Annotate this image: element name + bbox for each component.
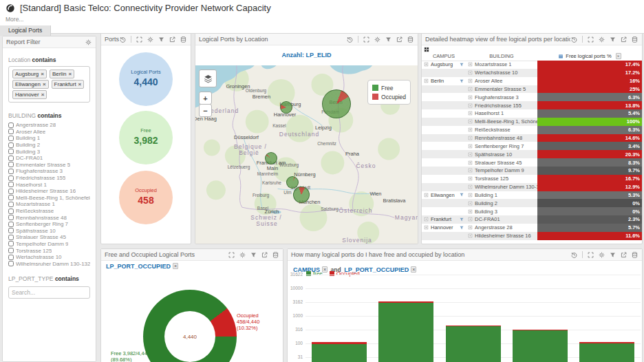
heatmap-row[interactable]: EllwangenBuilding 15.3% bbox=[422, 191, 642, 200]
chip-remove-icon[interactable]: × bbox=[43, 81, 46, 87]
building-option[interactable]: Senftenberger Ring 7 bbox=[8, 221, 90, 228]
location-chip[interactable]: Frankfurt× bbox=[52, 80, 85, 89]
heatmap-value-bar[interactable]: 16.7% bbox=[537, 175, 642, 183]
expand-building-icon[interactable] bbox=[468, 62, 473, 67]
expand-building-icon[interactable] bbox=[468, 217, 473, 222]
datasource-icon[interactable] bbox=[631, 36, 638, 43]
expand-building-icon[interactable] bbox=[468, 136, 473, 140]
building-checkbox[interactable] bbox=[8, 142, 14, 148]
heatmap-row[interactable]: Building 20% bbox=[422, 199, 642, 207]
remove-dimension-icon[interactable]: × bbox=[173, 263, 178, 269]
datasource-icon[interactable] bbox=[407, 36, 414, 43]
expand-campus-icon[interactable] bbox=[424, 193, 429, 198]
building-checkbox[interactable] bbox=[8, 202, 14, 207]
heatmap-row[interactable]: Melli-Beese-Ring 1, Schönefeld100% bbox=[422, 118, 642, 126]
building-checkbox[interactable] bbox=[8, 129, 14, 134]
remove-measure-icon[interactable]: × bbox=[616, 53, 621, 59]
building-option[interactable]: Späthstrasse 10 bbox=[8, 228, 90, 235]
location-chip[interactable]: Hannover× bbox=[12, 90, 47, 99]
building-option[interactable]: Rennbahnstrasse 48 bbox=[8, 214, 90, 221]
heatmap-value-bar[interactable]: 17.2% bbox=[537, 69, 642, 77]
heatmap-row[interactable]: Stralauer Strasse 458.3% bbox=[422, 158, 642, 167]
building-column-header[interactable]: BUILDING bbox=[466, 53, 537, 59]
export-icon[interactable] bbox=[261, 251, 268, 259]
bar-free-hannover[interactable] bbox=[579, 343, 634, 362]
bar-free-ellwangen[interactable] bbox=[446, 326, 501, 362]
heatmap-value-bar[interactable]: 0% bbox=[537, 199, 642, 207]
bar-free-berlin[interactable] bbox=[378, 303, 433, 362]
expand-building-icon[interactable] bbox=[468, 95, 473, 100]
map-marker-ellwangen[interactable] bbox=[286, 176, 299, 189]
expand-campus-icon[interactable] bbox=[424, 225, 429, 230]
building-checkbox[interactable] bbox=[8, 195, 14, 200]
expand-building-icon[interactable] bbox=[468, 184, 473, 189]
heatmap-row[interactable]: Flughafenstrasse 36.3% bbox=[422, 93, 642, 101]
building-checkbox[interactable] bbox=[8, 169, 14, 174]
heatmap-value-bar[interactable]: 12.9% bbox=[537, 183, 642, 191]
heatmap-row[interactable]: FrankfurtDC-FRA012.3% bbox=[422, 215, 642, 224]
settings-icon[interactable] bbox=[374, 36, 381, 43]
building-checkbox[interactable] bbox=[8, 235, 14, 240]
ports-bubble-logical-ports[interactable]: Logical Ports4,440 bbox=[119, 52, 173, 106]
expand-building-icon[interactable] bbox=[468, 103, 473, 108]
heatmap-value-bar[interactable]: 25% bbox=[537, 85, 642, 94]
building-option[interactable]: Reißeckstrasse bbox=[8, 208, 90, 215]
more-link[interactable]: More... bbox=[6, 16, 23, 23]
building-checkbox[interactable] bbox=[8, 248, 14, 253]
history-icon[interactable] bbox=[346, 36, 354, 43]
heatmap-row[interactable]: Emmentaler Strasse 525% bbox=[422, 85, 642, 94]
heatmap-value-bar[interactable]: 8.3% bbox=[537, 158, 642, 167]
expand-building-icon[interactable] bbox=[468, 78, 473, 83]
heatmap-row[interactable]: Haselhorst 15.4% bbox=[422, 109, 642, 118]
filter-icon[interactable] bbox=[385, 36, 392, 43]
map-zoom-out-button[interactable]: − bbox=[199, 104, 212, 117]
history-icon[interactable] bbox=[570, 36, 578, 43]
building-option[interactable]: Melli-Beese-Ring 1, Schönefeld bbox=[8, 195, 90, 202]
building-checkbox[interactable] bbox=[8, 175, 14, 181]
map-layers-control[interactable] bbox=[199, 70, 217, 87]
heatmap-value-bar[interactable]: 6.3% bbox=[537, 93, 642, 101]
campus-column-header[interactable]: CAMPUS bbox=[422, 53, 466, 59]
expand-campus-icon[interactable] bbox=[424, 78, 429, 83]
expand-building-icon[interactable] bbox=[468, 127, 473, 132]
ports-bubble-free[interactable]: Free3,982 bbox=[119, 111, 173, 164]
map-marker-berlin[interactable] bbox=[322, 89, 351, 118]
building-option[interactable]: Friedrichstrasse 155 bbox=[8, 175, 90, 182]
chip-remove-icon[interactable]: × bbox=[68, 71, 72, 77]
building-checkbox[interactable] bbox=[8, 209, 14, 214]
expand-icon[interactable] bbox=[363, 36, 370, 43]
heatmap-row[interactable]: Wilhelmsruher Damm 130-13212.9% bbox=[422, 183, 642, 191]
heatmap-row[interactable]: Friedrichstrasse 15513.8% bbox=[422, 101, 642, 109]
building-option[interactable]: Building 2 bbox=[8, 142, 90, 149]
building-option[interactable]: Aroser Allee bbox=[8, 129, 90, 136]
building-option[interactable]: Wertachstrasse 10 bbox=[8, 254, 90, 261]
building-option[interactable]: Flughafenstrasse 3 bbox=[8, 168, 90, 175]
heatmap-value-bar[interactable]: 9.7% bbox=[537, 167, 642, 175]
heatmap-row[interactable]: Hildesheimer Strasse 1611.6% bbox=[422, 232, 642, 240]
building-checkbox[interactable] bbox=[8, 156, 14, 161]
history-icon[interactable] bbox=[119, 36, 127, 43]
expand-building-icon[interactable] bbox=[468, 209, 473, 214]
chip-remove-icon[interactable]: × bbox=[78, 81, 82, 87]
expand-building-icon[interactable] bbox=[468, 168, 473, 173]
gear-icon[interactable] bbox=[85, 39, 92, 46]
value-column-header[interactable]: Free logical ports % × bbox=[537, 53, 642, 59]
expand-building-icon[interactable] bbox=[468, 152, 473, 157]
location-chip[interactable]: Berlin× bbox=[50, 70, 74, 78]
building-checkbox[interactable] bbox=[8, 136, 14, 141]
donut-chart[interactable]: 4,440 bbox=[143, 290, 237, 362]
building-option[interactable]: Wilhelmsruher Damm 130-132 bbox=[8, 260, 90, 267]
building-option[interactable]: Haselhorst 1 bbox=[8, 181, 90, 188]
legend-item-free[interactable]: free bbox=[306, 270, 323, 277]
heatmap-value-bar[interactable]: 6.3% bbox=[537, 126, 642, 134]
building-option[interactable]: Building 3 bbox=[8, 148, 90, 155]
location-chip[interactable]: Ellwangen× bbox=[12, 80, 49, 89]
remove-occupied-icon[interactable]: × bbox=[411, 266, 416, 273]
heatmap-value-bar[interactable]: 0% bbox=[537, 207, 642, 215]
building-checkbox[interactable] bbox=[8, 215, 14, 220]
building-checkbox[interactable] bbox=[8, 123, 14, 128]
settings-icon[interactable] bbox=[598, 36, 605, 43]
heatmap-row[interactable]: Torstrasse 12516.7% bbox=[422, 175, 642, 183]
building-checkbox[interactable] bbox=[8, 149, 14, 154]
campus-filter-icon[interactable] bbox=[459, 78, 464, 84]
